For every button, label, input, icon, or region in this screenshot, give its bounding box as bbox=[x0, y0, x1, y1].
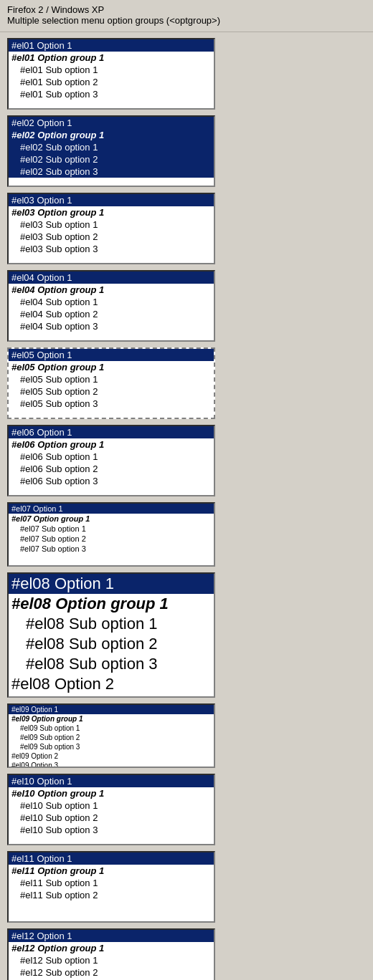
listbox-item-el01-2[interactable]: #el01 Sub option 1 bbox=[9, 64, 214, 76]
listbox-el08[interactable]: #el08 Option 1#el08 Option group 1#el08 … bbox=[7, 572, 215, 698]
listbox-item-el10-3[interactable]: #el10 Sub option 2 bbox=[9, 812, 214, 824]
listbox-item-el10-0[interactable]: #el10 Option 1 bbox=[9, 775, 214, 787]
listbox-wrapper-el12: #el12 Option 1#el12 Option group 1#el12 … bbox=[7, 928, 215, 980]
page-description: Multiple selection menu option groups (<… bbox=[7, 15, 366, 26]
listbox-item-el12-1[interactable]: #el12 Option group 1 bbox=[9, 942, 214, 954]
listbox-item-el09-3[interactable]: #el09 Sub option 2 bbox=[9, 733, 214, 742]
listbox-item-el08-5[interactable]: #el08 Option 2 bbox=[9, 674, 214, 694]
listbox-item-el03-0[interactable]: #el03 Option 1 bbox=[9, 194, 214, 206]
listbox-wrapper-el04: #el04 Option 1#el04 Option group 1#el04 … bbox=[7, 270, 215, 342]
listbox-wrapper-el02: #el02 Option 1#el02 Option group 1#el02 … bbox=[7, 115, 215, 187]
listbox-wrapper-el08: #el08 Option 1#el08 Option group 1#el08 … bbox=[7, 572, 215, 698]
listbox-item-el09-2[interactable]: #el09 Sub option 1 bbox=[9, 724, 214, 733]
listbox-item-el07-4[interactable]: #el07 Sub option 3 bbox=[9, 544, 214, 554]
listbox-item-el07-0[interactable]: #el07 Option 1 bbox=[9, 504, 214, 514]
listbox-item-el01-1[interactable]: #el01 Option group 1 bbox=[9, 52, 214, 64]
listbox-el07[interactable]: #el07 Option 1#el07 Option group 1#el07 … bbox=[7, 502, 215, 567]
listbox-item-el03-3[interactable]: #el03 Sub option 2 bbox=[9, 231, 214, 243]
listbox-wrapper-el09: #el09 Option 1#el09 Option group 1#el09 … bbox=[7, 703, 215, 768]
listbox-item-el03-1[interactable]: #el03 Option group 1 bbox=[9, 206, 214, 218]
listbox-item-el09-6[interactable]: #el09 Option 3 bbox=[9, 761, 214, 768]
listbox-el12[interactable]: #el12 Option 1#el12 Option group 1#el12 … bbox=[7, 928, 215, 980]
listbox-item-el08-0[interactable]: #el08 Option 1 bbox=[9, 574, 214, 594]
listbox-item-el05-3[interactable]: #el05 Sub option 2 bbox=[9, 385, 214, 398]
listbox-item-el10-4[interactable]: #el10 Sub option 3 bbox=[9, 824, 214, 836]
listbox-item-el07-1[interactable]: #el07 Option group 1 bbox=[9, 514, 214, 524]
listbox-wrapper-el01: #el01 Option 1#el01 Option group 1#el01 … bbox=[7, 38, 215, 110]
listbox-item-el12-2[interactable]: #el12 Sub option 1 bbox=[9, 954, 214, 966]
listbox-item-el08-3[interactable]: #el08 Sub option 2 bbox=[9, 634, 214, 654]
browser-info: Firefox 2 / Windows XP bbox=[7, 4, 366, 15]
listbox-wrapper-el11: #el11 Option 1#el11 Option group 1#el11 … bbox=[7, 851, 215, 923]
listbox-wrapper-el03: #el03 Option 1#el03 Option group 1#el03 … bbox=[7, 193, 215, 264]
listbox-el04[interactable]: #el04 Option 1#el04 Option group 1#el04 … bbox=[7, 270, 215, 342]
listbox-el09[interactable]: #el09 Option 1#el09 Option group 1#el09 … bbox=[7, 703, 215, 768]
listbox-item-el05-1[interactable]: #el05 Option group 1 bbox=[9, 361, 214, 373]
listbox-wrapper-el10: #el10 Option 1#el10 Option group 1#el10 … bbox=[7, 774, 215, 845]
header: Firefox 2 / Windows XP Multiple selectio… bbox=[0, 0, 373, 32]
listbox-item-el03-4[interactable]: #el03 Sub option 3 bbox=[9, 243, 214, 255]
listbox-item-el06-1[interactable]: #el06 Option group 1 bbox=[9, 438, 214, 451]
main-content: #el01 Option 1#el01 Option group 1#el01 … bbox=[0, 32, 373, 980]
listbox-item-el08-1[interactable]: #el08 Option group 1 bbox=[9, 594, 214, 614]
listbox-el11[interactable]: #el11 Option 1#el11 Option group 1#el11 … bbox=[7, 851, 215, 923]
listbox-item-el12-0[interactable]: #el12 Option 1 bbox=[9, 930, 214, 942]
listbox-item-el08-2[interactable]: #el08 Sub option 1 bbox=[9, 614, 214, 634]
listbox-wrapper-el05: #el05 Option 1#el05 Option group 1#el05 … bbox=[7, 347, 215, 419]
listbox-item-el02-4[interactable]: #el02 Sub option 3 bbox=[9, 165, 214, 178]
listbox-item-el11-0[interactable]: #el11 Option 1 bbox=[9, 852, 214, 865]
listbox-item-el11-1[interactable]: #el11 Option group 1 bbox=[9, 865, 214, 877]
listbox-item-el12-3[interactable]: #el12 Sub option 2 bbox=[9, 966, 214, 979]
listbox-wrapper-el06: #el06 Option 1#el06 Option group 1#el06 … bbox=[7, 425, 215, 496]
listbox-item-el05-2[interactable]: #el05 Sub option 1 bbox=[9, 373, 214, 385]
listbox-item-el04-2[interactable]: #el04 Sub option 1 bbox=[9, 296, 214, 308]
listbox-item-el04-0[interactable]: #el04 Option 1 bbox=[9, 272, 214, 284]
listbox-item-el02-0[interactable]: #el02 Option 1 bbox=[9, 117, 214, 129]
listbox-item-el01-3[interactable]: #el01 Sub option 2 bbox=[9, 76, 214, 88]
listbox-item-el04-1[interactable]: #el04 Option group 1 bbox=[9, 284, 214, 296]
listbox-item-el09-5[interactable]: #el09 Option 2 bbox=[9, 751, 214, 761]
listbox-item-el01-4[interactable]: #el01 Sub option 3 bbox=[9, 88, 214, 100]
listbox-item-el01-0[interactable]: #el01 Option 1 bbox=[9, 39, 214, 52]
listbox-item-el11-2[interactable]: #el11 Sub option 1 bbox=[9, 877, 214, 889]
listbox-item-el10-2[interactable]: #el10 Sub option 1 bbox=[9, 799, 214, 812]
listbox-el01[interactable]: #el01 Option 1#el01 Option group 1#el01 … bbox=[7, 38, 215, 110]
listbox-item-el02-1[interactable]: #el02 Option group 1 bbox=[9, 129, 214, 141]
listbox-el03[interactable]: #el03 Option 1#el03 Option group 1#el03 … bbox=[7, 193, 215, 264]
listbox-el02[interactable]: #el02 Option 1#el02 Option group 1#el02 … bbox=[7, 115, 215, 187]
listbox-item-el09-0[interactable]: #el09 Option 1 bbox=[9, 705, 214, 714]
listbox-wrapper-el07: #el07 Option 1#el07 Option group 1#el07 … bbox=[7, 502, 215, 567]
listbox-item-el06-3[interactable]: #el06 Sub option 2 bbox=[9, 463, 214, 475]
listbox-el06[interactable]: #el06 Option 1#el06 Option group 1#el06 … bbox=[7, 425, 215, 496]
listbox-item-el09-1[interactable]: #el09 Option group 1 bbox=[9, 714, 214, 724]
listbox-item-el09-4[interactable]: #el09 Sub option 3 bbox=[9, 742, 214, 751]
listbox-item-el02-2[interactable]: #el02 Sub option 1 bbox=[9, 141, 214, 153]
listbox-item-el10-1[interactable]: #el10 Option group 1 bbox=[9, 787, 214, 799]
listbox-item-el03-2[interactable]: #el03 Sub option 1 bbox=[9, 218, 214, 231]
listbox-item-el04-3[interactable]: #el04 Sub option 2 bbox=[9, 308, 214, 320]
listbox-item-el07-2[interactable]: #el07 Sub option 1 bbox=[9, 524, 214, 534]
listbox-item-el07-3[interactable]: #el07 Sub option 2 bbox=[9, 534, 214, 544]
listbox-el05[interactable]: #el05 Option 1#el05 Option group 1#el05 … bbox=[7, 347, 215, 419]
listbox-item-el02-3[interactable]: #el02 Sub option 2 bbox=[9, 153, 214, 165]
listbox-el10[interactable]: #el10 Option 1#el10 Option group 1#el10 … bbox=[7, 774, 215, 845]
listbox-item-el04-4[interactable]: #el04 Sub option 3 bbox=[9, 320, 214, 332]
listbox-item-el06-0[interactable]: #el06 Option 1 bbox=[9, 426, 214, 438]
listbox-item-el08-4[interactable]: #el08 Sub option 3 bbox=[9, 654, 214, 674]
listbox-item-el11-3[interactable]: #el11 Sub option 2 bbox=[9, 889, 214, 901]
listbox-item-el05-0[interactable]: #el05 Option 1 bbox=[9, 349, 214, 361]
listbox-item-el05-4[interactable]: #el05 Sub option 3 bbox=[9, 398, 214, 410]
listbox-item-el06-2[interactable]: #el06 Sub option 1 bbox=[9, 451, 214, 463]
listbox-item-el06-4[interactable]: #el06 Sub option 3 bbox=[9, 475, 214, 487]
